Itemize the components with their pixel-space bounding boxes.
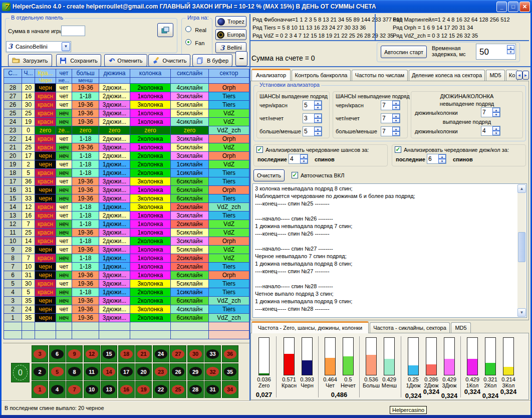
column-header[interactable]: больш xyxy=(72,69,99,78)
spin-up[interactable]: ▲ xyxy=(314,127,322,131)
column-header[interactable]: чет xyxy=(56,69,72,78)
autospin-start-button[interactable]: Автоспин старт xyxy=(381,46,427,58)
close-button[interactable]: ✕ xyxy=(519,2,530,12)
board-number-13[interactable]: 13 xyxy=(101,381,117,398)
spin-down[interactable]: ▼ xyxy=(314,105,322,110)
column-header[interactable]: дюжина xyxy=(99,69,130,78)
scroll-down-arrow[interactable]: ▼ xyxy=(517,308,526,317)
board-number-21[interactable]: 21 xyxy=(135,345,152,362)
delay-spin-up[interactable]: ▲ xyxy=(507,45,514,50)
board-number-10[interactable]: 10 xyxy=(84,381,100,398)
board-number-32[interactable]: 32 xyxy=(204,363,221,380)
log-clear-button[interactable]: Очистить xyxy=(253,169,285,181)
board-number-16[interactable]: 16 xyxy=(118,381,135,398)
spin-up[interactable]: ▲ xyxy=(300,154,308,159)
spin-up[interactable]: ▲ xyxy=(492,108,500,112)
spinner-miss-evenodd[interactable]: 7▲▼ xyxy=(381,113,400,123)
spin-up[interactable]: ▲ xyxy=(438,154,446,159)
column-header[interactable]: Ч... xyxy=(22,69,35,78)
scroll-thumb[interactable] xyxy=(518,232,525,262)
column-header[interactable]: сикслайн xyxy=(171,69,209,78)
board-number-8[interactable]: 8 xyxy=(66,363,83,380)
scroll-up-arrow[interactable]: ▲ xyxy=(517,184,526,193)
board-number-12[interactable]: 12 xyxy=(84,345,100,362)
undo-button[interactable]: ↶ Отменить xyxy=(104,54,147,67)
board-number-34[interactable]: 34 xyxy=(222,381,238,398)
spin-down[interactable]: ▼ xyxy=(392,118,400,123)
spinner-hit-highlow[interactable]: 5▲▼ xyxy=(303,126,322,136)
column-header[interactable]: колонка xyxy=(130,69,171,78)
board-number-3[interactable]: 3 xyxy=(32,345,48,362)
chart-tab-2[interactable]: MD5 xyxy=(451,322,471,333)
delay-spinner[interactable]: 50 ▲ ▼ xyxy=(476,44,516,60)
spin-down[interactable]: ▼ xyxy=(314,118,322,123)
casino-europa-button[interactable]: Europa xyxy=(215,29,246,40)
board-number-26[interactable]: 26 xyxy=(170,363,186,380)
spin-up[interactable]: ▲ xyxy=(314,114,322,118)
start-sum-input[interactable] xyxy=(61,26,85,36)
board-number-18[interactable]: 18 xyxy=(118,345,135,362)
casino-combobox[interactable]: 3 CasinoBellini ▼ xyxy=(6,41,71,52)
combo-dropdown-arrow[interactable]: ▼ xyxy=(62,42,70,51)
log-scrollbar[interactable]: ▲ ▼ xyxy=(517,184,526,317)
detach-panel-button[interactable] xyxy=(157,23,173,37)
tab-3[interactable]: Деление колеса на сектора xyxy=(409,70,485,81)
board-number-9[interactable]: 9 xyxy=(66,345,83,362)
spin-down[interactable]: ▼ xyxy=(492,131,500,135)
casino-tropez-button[interactable]: Tropez xyxy=(215,16,246,27)
board-number-31[interactable]: 31 xyxy=(204,381,221,398)
tab-2[interactable]: Частоты по числам xyxy=(352,70,408,81)
board-number-19[interactable]: 19 xyxy=(135,381,152,398)
spin-down[interactable]: ▼ xyxy=(392,131,400,136)
collapse-button[interactable]: − xyxy=(235,51,247,66)
spin-down[interactable]: ▼ xyxy=(438,159,446,163)
spin-down[interactable]: ▼ xyxy=(392,105,400,110)
column-header[interactable]: Кра... xyxy=(35,69,56,78)
board-number-15[interactable]: 15 xyxy=(101,345,117,362)
load-button[interactable]: Загрузить xyxy=(8,54,52,67)
alt-dozcol-checkbox[interactable]: ✓ xyxy=(395,146,401,153)
spin-up[interactable]: ▲ xyxy=(392,101,400,105)
board-number-29[interactable]: 29 xyxy=(187,363,204,380)
tab-0[interactable]: Анализатор xyxy=(251,69,291,81)
delay-spin-down[interactable]: ▼ xyxy=(507,50,514,54)
board-number-22[interactable]: 22 xyxy=(153,381,169,398)
tabs-scroll-right[interactable]: ► xyxy=(522,71,529,80)
board-number-25[interactable]: 25 xyxy=(170,381,186,398)
board-number-33[interactable]: 33 xyxy=(204,345,221,362)
board-number-1[interactable]: 1 xyxy=(32,381,48,398)
to-clipboard-button[interactable]: В буфер xyxy=(192,54,232,67)
board-number-5[interactable]: 5 xyxy=(49,363,66,380)
analyzer-log[interactable]: 3 колонка невыпадала подряд 8 спин;Наблю… xyxy=(252,183,527,318)
spinner-dc-hit[interactable]: 4▲▼ xyxy=(481,126,500,136)
spinner-hit-evenodd[interactable]: 3▲▼ xyxy=(303,113,322,123)
board-number-27[interactable]: 27 xyxy=(170,345,186,362)
board-zero[interactable]: 0 xyxy=(11,363,30,382)
board-number-11[interactable]: 11 xyxy=(84,363,100,380)
radio-fan[interactable]: Fan xyxy=(185,39,204,47)
chart-tab-0[interactable]: Частота - Zero, шансы, дюжины, колонки xyxy=(251,321,369,333)
spinner-miss-blackred[interactable]: 7▲▼ xyxy=(381,100,400,110)
board-number-17[interactable]: 17 xyxy=(118,363,135,380)
board-number-35[interactable]: 35 xyxy=(222,363,238,380)
tabs-scroll-left[interactable]: ◄ xyxy=(516,71,522,80)
maximize-button[interactable]: □ xyxy=(508,2,518,12)
spinner-hit-blackred[interactable]: 5▲▼ xyxy=(303,100,322,110)
alt-dozcol-spins-spinner[interactable]: 6▲▼ xyxy=(427,154,446,164)
tab-4[interactable]: MD5 xyxy=(486,70,505,81)
board-number-2[interactable]: 2 xyxy=(32,363,48,380)
spin-up[interactable]: ▲ xyxy=(392,114,400,118)
board-number-28[interactable]: 28 xyxy=(187,381,204,398)
autoclear-checkbox[interactable]: ✓ xyxy=(292,172,298,178)
minimize-button[interactable]: _ xyxy=(496,2,507,12)
board-number-7[interactable]: 7 xyxy=(66,381,83,398)
spinner-dc-miss[interactable]: 7▲▼ xyxy=(481,107,500,117)
column-header[interactable]: С... xyxy=(4,69,22,78)
board-number-20[interactable]: 20 xyxy=(135,363,152,380)
radio-real[interactable]: Real xyxy=(185,26,206,34)
board-number-23[interactable]: 23 xyxy=(153,363,169,380)
clear-button[interactable]: Очистить xyxy=(148,54,190,67)
tab-1[interactable]: Контроль банкролла xyxy=(292,70,351,81)
alt-chances-spins-spinner[interactable]: 4▲▼ xyxy=(289,154,308,164)
board-number-36[interactable]: 36 xyxy=(222,345,238,362)
